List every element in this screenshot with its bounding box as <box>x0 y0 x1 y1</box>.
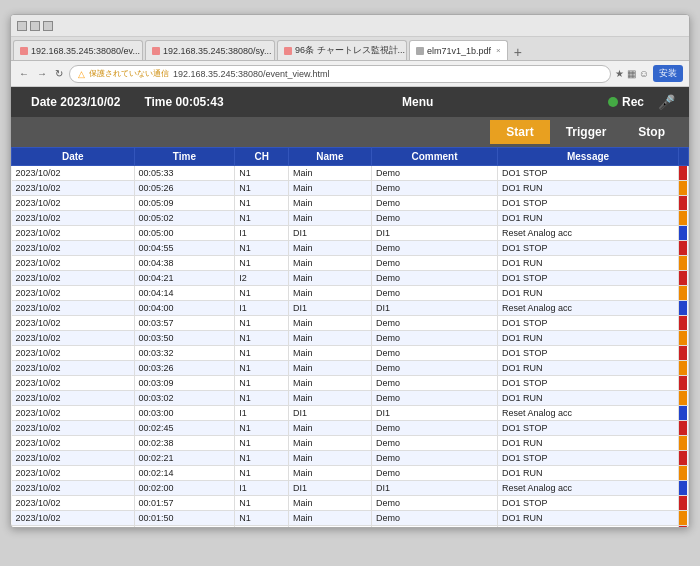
rec-indicator <box>608 97 618 107</box>
cell-ch: N1 <box>235 391 289 406</box>
cell-date: 2023/10/02 <box>12 226 135 241</box>
cell-color <box>679 181 689 196</box>
cell-color <box>679 301 689 316</box>
browser-tabs: 192.168.35.245:38080/ev... × 192.168.35.… <box>11 37 689 61</box>
cell-color <box>679 391 689 406</box>
cell-color <box>679 271 689 286</box>
tab-1[interactable]: 192.168.35.245:38080/ev... × <box>13 40 143 60</box>
table-row: 2023/10/02 00:03:32 N1 Main Demo DO1 STO… <box>12 346 689 361</box>
cell-name: Main <box>288 466 371 481</box>
cell-date: 2023/10/02 <box>12 196 135 211</box>
cell-time: 00:05:02 <box>134 211 235 226</box>
cell-time: 00:05:00 <box>134 226 235 241</box>
tab-2[interactable]: 192.168.35.245:38080/sy... × <box>145 40 275 60</box>
cell-color <box>679 511 689 526</box>
cell-ch: N1 <box>235 331 289 346</box>
col-header-name: Name <box>288 148 371 166</box>
cell-date: 2023/10/02 <box>12 211 135 226</box>
cell-name: Main <box>288 436 371 451</box>
cell-message: Reset Analog acc <box>498 481 679 496</box>
cell-time: 00:05:26 <box>134 181 235 196</box>
cell-comment: Demo <box>371 316 497 331</box>
header-menu[interactable]: Menu <box>236 91 600 113</box>
cell-comment: Demo <box>371 436 497 451</box>
table-row: 2023/10/02 00:04:00 I1 DI1 DI1 Reset Ana… <box>12 301 689 316</box>
cell-date: 2023/10/02 <box>12 511 135 526</box>
cell-ch: N1 <box>235 466 289 481</box>
toolbar: Start Trigger Stop <box>11 117 689 147</box>
trigger-button[interactable]: Trigger <box>550 120 623 144</box>
start-button[interactable]: Start <box>490 120 549 144</box>
cell-message: Reset Analog acc <box>498 406 679 421</box>
cell-time: 00:01:50 <box>134 511 235 526</box>
cell-color <box>679 346 689 361</box>
cell-comment: Demo <box>371 421 497 436</box>
tab-4-label: elm71v1_1b.pdf <box>427 46 491 56</box>
cell-comment: Demo <box>371 391 497 406</box>
forward-button[interactable]: → <box>35 67 49 80</box>
table-row: 2023/10/02 00:05:00 I1 DI1 DI1 Reset Ana… <box>12 226 689 241</box>
stop-button[interactable]: Stop <box>622 120 681 144</box>
cell-time: 00:02:21 <box>134 451 235 466</box>
tab-favicon-4 <box>416 47 424 55</box>
cell-name: Main <box>288 286 371 301</box>
cell-date: 2023/10/02 <box>12 181 135 196</box>
cell-time: 00:03:02 <box>134 391 235 406</box>
cell-ch: N1 <box>235 166 289 181</box>
address-input[interactable]: △ 保護されていない通信 192.168.35.245:38080/event_… <box>69 65 611 83</box>
cell-name: Main <box>288 451 371 466</box>
maximize-button[interactable] <box>30 21 40 31</box>
cell-date: 2023/10/02 <box>12 421 135 436</box>
security-icon: △ <box>78 69 85 79</box>
cell-name: Main <box>288 421 371 436</box>
cell-message: DO1 STOP <box>498 376 679 391</box>
cell-ch: N1 <box>235 256 289 271</box>
cell-color <box>679 196 689 211</box>
cell-time: 00:02:00 <box>134 481 235 496</box>
cell-color <box>679 496 689 511</box>
col-header-ch: CH <box>235 148 289 166</box>
cell-time: 00:03:09 <box>134 376 235 391</box>
cell-message: DO1 RUN <box>498 361 679 376</box>
cell-color <box>679 361 689 376</box>
cell-comment: Demo <box>371 361 497 376</box>
cell-color <box>679 286 689 301</box>
tab-1-label: 192.168.35.245:38080/ev... <box>31 46 140 56</box>
tab-4[interactable]: elm71v1_1b.pdf × <box>409 40 508 60</box>
cell-message: DO1 RUN <box>498 331 679 346</box>
minimize-button[interactable] <box>17 21 27 31</box>
window-controls <box>17 21 53 31</box>
cell-message: DO1 RUN <box>498 466 679 481</box>
table-row: 2023/10/02 00:03:00 I1 DI1 DI1 Reset Ana… <box>12 406 689 421</box>
cell-comment: Demo <box>371 196 497 211</box>
cell-comment: Demo <box>371 376 497 391</box>
reload-button[interactable]: ↻ <box>53 67 65 80</box>
tab-3[interactable]: 96条 チャートレス監視計... × <box>277 40 407 60</box>
cell-comment: Demo <box>371 466 497 481</box>
cell-name: Main <box>288 526 371 528</box>
profile-icon[interactable]: ☺ <box>639 68 649 79</box>
cell-ch: N1 <box>235 376 289 391</box>
back-button[interactable]: ← <box>17 67 31 80</box>
cell-date: 2023/10/02 <box>12 361 135 376</box>
cell-name: Main <box>288 331 371 346</box>
cell-date: 2023/10/02 <box>12 466 135 481</box>
cell-time: 00:03:50 <box>134 331 235 346</box>
extensions-icon[interactable]: ▦ <box>627 68 636 79</box>
mic-icon[interactable]: 🎤 <box>652 90 681 114</box>
bookmark-icon[interactable]: ★ <box>615 68 624 79</box>
cell-color <box>679 481 689 496</box>
col-header-message: Message <box>498 148 679 166</box>
new-tab-button[interactable]: + <box>510 44 526 60</box>
tab-4-close[interactable]: × <box>496 46 501 55</box>
cell-time: 00:05:33 <box>134 166 235 181</box>
event-table-container[interactable]: Date Time CH Name Comment Message 2023/1… <box>11 147 689 527</box>
install-button[interactable]: 安装 <box>653 65 683 82</box>
cell-message: Reset Analog acc <box>498 301 679 316</box>
cell-color <box>679 226 689 241</box>
cell-name: Main <box>288 391 371 406</box>
table-row: 2023/10/02 00:05:09 N1 Main Demo DO1 STO… <box>12 196 689 211</box>
cell-message: DO1 STOP <box>498 196 679 211</box>
col-header-date: Date <box>12 148 135 166</box>
close-button[interactable] <box>43 21 53 31</box>
